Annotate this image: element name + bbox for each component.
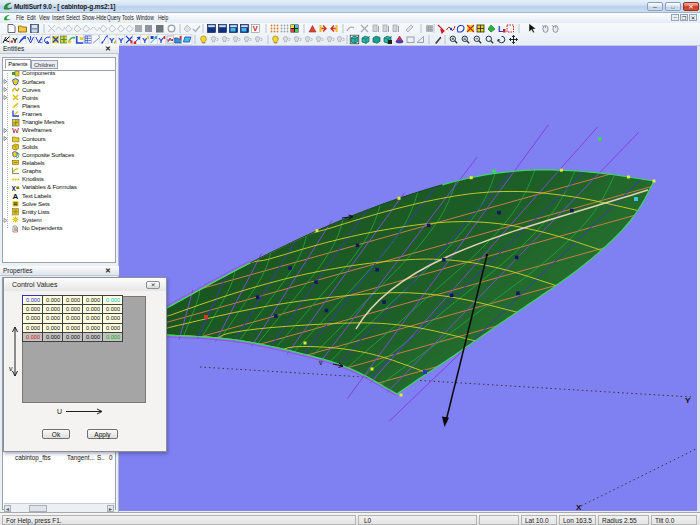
svg-text:A: A <box>13 192 19 200</box>
svg-text:Y: Y <box>685 396 691 405</box>
svg-text:Y: Y <box>118 36 124 45</box>
svg-text:L: L <box>498 24 503 34</box>
svg-text:X: X <box>576 503 582 512</box>
svg-text:V: V <box>253 24 258 33</box>
svg-text:X: X <box>12 184 17 191</box>
svg-text:v: v <box>319 359 323 366</box>
